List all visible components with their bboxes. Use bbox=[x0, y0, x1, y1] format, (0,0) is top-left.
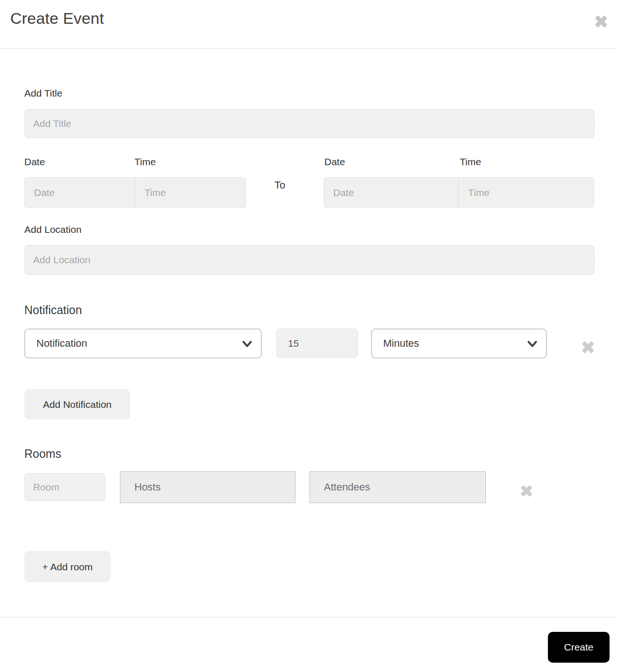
add-notification-button[interactable]: Add Notification bbox=[24, 389, 130, 420]
add-room-button[interactable]: + Add room bbox=[24, 551, 111, 582]
close-icon[interactable] bbox=[593, 14, 609, 29]
create-button[interactable]: Create bbox=[548, 632, 610, 663]
rooms-heading: Rooms bbox=[24, 447, 61, 461]
header-divider bbox=[0, 49, 617, 49]
location-input[interactable] bbox=[24, 245, 595, 275]
start-date-input[interactable] bbox=[25, 178, 135, 207]
title-label: Add Title bbox=[24, 88, 63, 99]
start-date-label: Date bbox=[24, 156, 45, 168]
page-title: Create Event bbox=[10, 9, 104, 28]
notification-unit-select[interactable]: Minutes bbox=[371, 329, 547, 358]
create-event-modal: Create Event Add Title Date Time Date Ti… bbox=[0, 0, 617, 672]
notification-unit-select-value: Minutes bbox=[383, 337, 419, 350]
end-date-input[interactable] bbox=[324, 178, 459, 207]
end-date-label: Date bbox=[324, 156, 345, 168]
notification-type-select[interactable]: Notification bbox=[24, 329, 262, 358]
to-separator: To bbox=[274, 179, 285, 191]
end-datetime-group bbox=[323, 177, 594, 208]
end-time-label: Time bbox=[460, 156, 481, 168]
room-input[interactable] bbox=[24, 473, 105, 501]
chevron-down-icon bbox=[241, 337, 253, 350]
start-time-label: Time bbox=[134, 156, 156, 168]
location-label: Add Location bbox=[24, 224, 82, 235]
notification-heading: Notification bbox=[24, 303, 82, 317]
notification-type-select-value: Notification bbox=[36, 337, 87, 350]
remove-room-icon[interactable] bbox=[519, 483, 534, 498]
start-time-input[interactable] bbox=[135, 178, 246, 207]
end-time-input[interactable] bbox=[459, 178, 594, 207]
attendees-input[interactable] bbox=[309, 471, 486, 503]
start-datetime-group bbox=[24, 177, 246, 208]
notification-amount-input[interactable] bbox=[276, 329, 358, 358]
chevron-down-icon bbox=[526, 337, 539, 350]
hosts-input[interactable] bbox=[120, 471, 295, 503]
footer-divider bbox=[0, 617, 617, 617]
title-input[interactable] bbox=[24, 109, 595, 138]
remove-notification-icon[interactable] bbox=[580, 339, 596, 355]
